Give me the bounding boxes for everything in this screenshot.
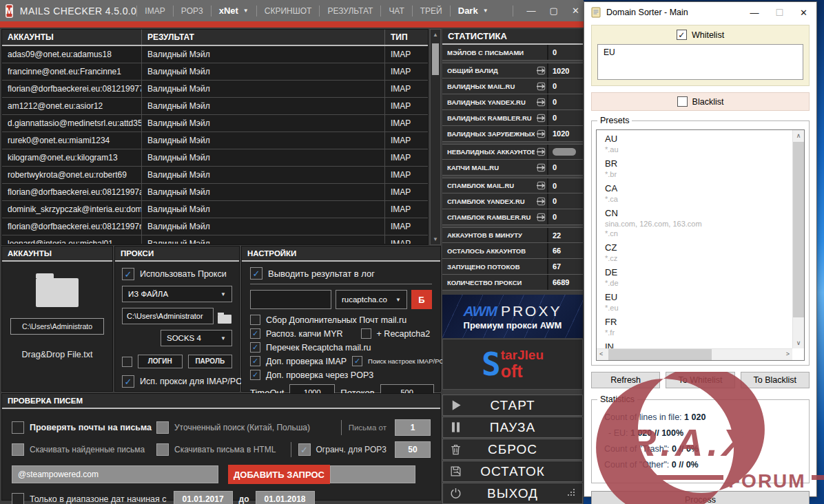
preset-item[interactable]: CA *.ca: [605, 182, 792, 204]
query-list-box[interactable]: [330, 465, 415, 483]
menu-item[interactable]: РЕЗУЛЬТАТ ▼: [319, 6, 380, 17]
start-button[interactable]: СТАРТ: [442, 395, 583, 416]
table-row[interactable]: robertwykrota@onet.eu:robert69 Валидный …: [2, 167, 428, 184]
proxy-source-select[interactable]: ИЗ ФАЙЛА ▼: [122, 286, 232, 302]
proxy-password-field[interactable]: ПАРОЛЬ: [188, 355, 233, 368]
column-header-accounts[interactable]: АККАУНТЫ: [2, 30, 142, 45]
proxy-login-field[interactable]: ЛОГИН: [138, 355, 183, 368]
preset-item[interactable]: CZ *.cz: [605, 242, 792, 263]
presets-hscrollbar[interactable]: < >: [597, 348, 792, 360]
export-arrow-icon[interactable]: [535, 65, 547, 76]
scroll-up-icon[interactable]: ▲: [431, 30, 440, 39]
proxy-auth-checkbox[interactable]: [122, 357, 132, 367]
table-row[interactable]: francinne@onet.eu:Francinne1 Валидный Мэ…: [2, 63, 428, 81]
check-letters-checkbox[interactable]: [12, 421, 24, 434]
menu-item[interactable]: ЧАТ ▼: [380, 6, 411, 17]
table-scrollbar[interactable]: ▲ ▼: [430, 29, 441, 245]
column-header-result[interactable]: РЕЗУЛЬТАТ: [142, 30, 385, 45]
preset-item[interactable]: CN sina.com, 126.com, 163.com *.cn: [605, 207, 792, 238]
imap-pop-search-checkbox[interactable]: [352, 356, 362, 366]
menu-item[interactable]: xNet ▼: [211, 6, 256, 17]
to-blacklist-button[interactable]: To Blacklist: [741, 372, 810, 388]
close-button[interactable]: ✕: [800, 8, 807, 18]
query-input[interactable]: [12, 465, 218, 483]
download-html-checkbox[interactable]: [156, 443, 169, 456]
preset-item[interactable]: EU *.eu: [605, 291, 792, 313]
reset-button[interactable]: СБРОС: [442, 439, 583, 460]
export-arrow-icon[interactable]: [535, 162, 547, 173]
scroll-right-icon[interactable]: >: [786, 350, 790, 357]
use-proxy-checkbox[interactable]: [122, 268, 134, 280]
pop3-limit-input[interactable]: [395, 441, 431, 458]
export-arrow-icon[interactable]: [535, 97, 547, 107]
letters-from-input[interactable]: [395, 419, 431, 436]
table-row[interactable]: florian@dorfbaeckerei.eu:081219977 Валид…: [2, 81, 428, 98]
export-arrow-icon[interactable]: [535, 113, 547, 123]
table-row[interactable]: leonard@interia.eu:michal01 Валидный Мэй…: [2, 235, 428, 244]
recaptcha2-checkbox[interactable]: [361, 328, 371, 339]
scrollbar-thumb[interactable]: [793, 142, 804, 317]
accounts-file-path[interactable]: C:\Users\Administrato: [10, 318, 104, 335]
menu-item[interactable]: POP3 ▼: [173, 6, 211, 17]
minimize-button[interactable]: —: [527, 6, 536, 15]
captcha-key-input[interactable]: [250, 290, 331, 309]
scroll-down-icon[interactable]: ▼: [431, 235, 440, 244]
refined-search-checkbox[interactable]: [156, 421, 169, 434]
minimize-button[interactable]: —: [750, 8, 759, 18]
whitelist-checkbox[interactable]: [677, 30, 687, 40]
presets-listbox[interactable]: AU *.au BR *.br CA *.ca CN sina.com, 126…: [596, 129, 805, 361]
add-query-button[interactable]: ДОБАВИТЬ ЗАПРОС: [228, 465, 330, 484]
log-output-checkbox[interactable]: [250, 267, 262, 280]
preset-item[interactable]: IN *.in: [605, 341, 792, 348]
scroll-down-icon[interactable]: ∨: [793, 339, 804, 346]
menu-item[interactable]: СКРИНШОТ ▼: [256, 6, 320, 17]
maximize-button[interactable]: ▢: [550, 6, 558, 15]
close-button[interactable]: ✕: [572, 6, 579, 15]
captcha-service-select[interactable]: rucaptcha.co ▼: [336, 290, 407, 309]
table-row[interactable]: am1212@onet.eu:asior12 Валидный Мэйл IMA…: [2, 98, 428, 115]
to-whitelist-button[interactable]: To Whitelist: [666, 372, 734, 388]
table-row[interactable]: d.giannattasio@medinetsrl.eu:attd35 Вали…: [2, 115, 428, 132]
column-header-type[interactable]: ТИП: [385, 30, 426, 45]
menu-item[interactable]: Dark ▼: [450, 6, 496, 17]
resize-grip[interactable]: [568, 494, 569, 496]
date-from-input[interactable]: [174, 491, 233, 504]
recaptcha-list-checkbox[interactable]: [250, 342, 260, 353]
whitelist-textarea[interactable]: EU: [597, 44, 803, 80]
myr-captcha-checkbox[interactable]: [250, 328, 260, 339]
export-arrow-icon[interactable]: [535, 196, 547, 207]
pop3-extra-checkbox[interactable]: [250, 370, 260, 380]
proxy-type-select[interactable]: SOCKS 4 ▼: [161, 330, 232, 346]
browse-folder-button[interactable]: [218, 308, 232, 324]
export-arrow-icon[interactable]: [535, 81, 547, 92]
table-row[interactable]: dominik_skrzypczak@interia.eu:dom Валидн…: [2, 201, 428, 218]
export-arrow-icon[interactable]: [535, 129, 547, 139]
table-row[interactable]: florian@dorfbaeckerei.eu:08121997a Валид…: [2, 184, 428, 201]
date-range-checkbox[interactable]: [12, 493, 24, 504]
pop3-limit-checkbox[interactable]: [298, 443, 311, 456]
remainder-button[interactable]: ОСТАТОК: [442, 461, 583, 482]
collect-mail-checkbox[interactable]: [250, 315, 260, 325]
menu-item[interactable]: IMAP ▼: [136, 6, 172, 17]
preset-item[interactable]: AU *.au: [605, 133, 792, 154]
preset-item[interactable]: DE *.de: [605, 266, 792, 288]
refresh-button[interactable]: Refresh: [591, 372, 660, 388]
preset-item[interactable]: BR *.br: [605, 158, 792, 179]
folder-icon[interactable]: [36, 278, 79, 307]
process-button[interactable]: Process: [591, 491, 810, 504]
maximize-button[interactable]: ☐: [775, 8, 783, 18]
exit-button[interactable]: ВЫХОД: [442, 483, 583, 504]
pause-button[interactable]: ПАУЗА: [442, 417, 583, 438]
scroll-up-icon[interactable]: ∧: [793, 132, 804, 139]
export-arrow-icon[interactable]: [535, 212, 547, 222]
export-arrow-icon[interactable]: [535, 147, 547, 157]
preset-item[interactable]: FR *.fr: [605, 316, 792, 337]
table-row[interactable]: kilogram@onet.eu:kilogram13 Валидный Мэй…: [2, 149, 428, 167]
scrollbar-thumb[interactable]: [608, 349, 712, 360]
proxy-file-input[interactable]: [122, 308, 214, 324]
scrollbar-thumb[interactable]: [432, 43, 439, 75]
table-row[interactable]: florian@dorfbaeckerei.eu:08121997n Валид…: [2, 218, 428, 235]
presets-vscrollbar[interactable]: ∧ ∨: [792, 130, 804, 348]
imap-extra-checkbox[interactable]: [250, 356, 260, 366]
blacklist-checkbox[interactable]: [677, 96, 688, 107]
